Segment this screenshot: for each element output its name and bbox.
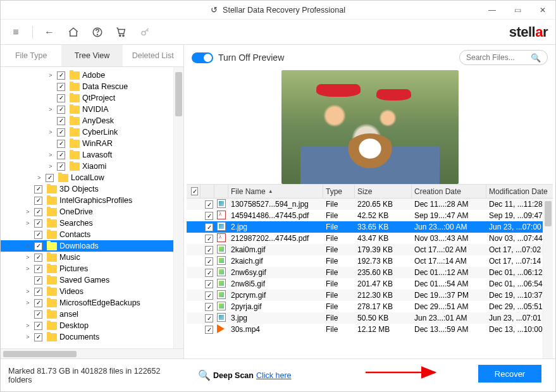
tree-item[interactable]: >OneDrive <box>1 206 183 217</box>
tree-checkbox[interactable] <box>57 83 65 91</box>
row-checkbox[interactable] <box>205 257 213 266</box>
tab-tree-view[interactable]: Tree View <box>61 45 122 66</box>
table-row[interactable]: 2kai0m.gifFile179.39 KBOct 17...:02 AMOc… <box>187 244 553 255</box>
col-modification-date[interactable]: Modification Date <box>486 185 553 198</box>
tree-checkbox[interactable] <box>57 151 65 159</box>
chevron-icon[interactable]: > <box>23 220 32 226</box>
row-checkbox[interactable] <box>205 235 213 243</box>
col-creation-date[interactable]: Creation Date <box>412 185 486 198</box>
tree-item[interactable]: >NVIDIA <box>1 104 183 115</box>
chevron-icon[interactable]: > <box>23 334 32 340</box>
tree-checkbox[interactable] <box>34 310 42 319</box>
table-row[interactable]: 2nw6sy.gifFile235.60 KBDec 01...:12 AMDe… <box>187 267 553 278</box>
row-checkbox[interactable] <box>205 269 213 277</box>
chevron-icon[interactable]: > <box>35 175 44 181</box>
tree-checkbox[interactable] <box>34 299 42 307</box>
table-row[interactable]: 145941486...47445.pdfFile42.52 KBSep 19.… <box>187 210 553 221</box>
chevron-icon[interactable]: > <box>23 243 32 249</box>
tree-checkbox[interactable] <box>34 276 42 285</box>
tree-checkbox[interactable] <box>57 94 65 102</box>
select-all-checkbox[interactable] <box>191 187 198 195</box>
tree-item[interactable]: >Lavasoft <box>1 149 183 161</box>
tree-item[interactable]: Data Rescue <box>1 81 183 92</box>
table-row[interactable]: 2pcrym.gifFile212.30 KBDec 19...:37 PMDe… <box>187 290 553 301</box>
table-row[interactable]: 2pyrja.gifFile278.17 KBDec 29...:51 AMDe… <box>187 301 553 312</box>
tree-checkbox[interactable] <box>34 208 42 216</box>
deep-scan-link[interactable]: Click here <box>256 371 292 380</box>
tree-checkbox[interactable] <box>34 288 42 296</box>
cart-button[interactable] <box>114 25 129 40</box>
row-checkbox[interactable] <box>205 223 213 231</box>
tree-checkbox[interactable] <box>34 231 42 239</box>
tree-item[interactable]: >Desktop <box>1 320 183 331</box>
tree-item[interactable]: Saved Games <box>1 274 183 286</box>
chevron-icon[interactable]: > <box>23 300 32 306</box>
tree-item[interactable]: >Pictures <box>1 263 183 274</box>
row-checkbox[interactable] <box>205 291 213 300</box>
tree-checkbox[interactable] <box>34 242 42 250</box>
search-icon[interactable]: 🔍 <box>531 53 541 63</box>
close-button[interactable]: ✕ <box>530 1 555 20</box>
row-checkbox[interactable] <box>205 314 213 322</box>
row-checkbox[interactable] <box>205 246 213 254</box>
chevron-icon[interactable]: > <box>23 322 32 329</box>
tree-item[interactable]: >Downloads <box>1 240 183 252</box>
table-row[interactable]: 2kaich.gifFile192.73 KBOct 17...:14 AMOc… <box>187 255 553 267</box>
row-checkbox[interactable] <box>205 280 213 288</box>
tree-checkbox[interactable] <box>57 128 65 137</box>
row-checkbox[interactable] <box>205 326 213 334</box>
tree-item[interactable]: >Searches <box>1 217 183 229</box>
tree-checkbox[interactable] <box>57 117 65 125</box>
search-input[interactable] <box>466 53 528 62</box>
tree-vscrollbar[interactable] <box>173 67 183 348</box>
tree-item[interactable]: Contacts <box>1 229 183 240</box>
table-row[interactable]: 2nw8i5.gifFile201.47 KBDec 01...:54 AMDe… <box>187 278 553 290</box>
tree-item[interactable]: ansel <box>1 309 183 320</box>
row-checkbox[interactable] <box>205 212 213 220</box>
chevron-icon[interactable]: > <box>23 209 32 215</box>
tree-checkbox[interactable] <box>57 162 65 171</box>
tree-hscrollbar[interactable] <box>1 348 183 358</box>
tree-checkbox[interactable] <box>34 197 42 205</box>
minimize-button[interactable]: — <box>479 1 505 20</box>
tree-checkbox[interactable] <box>34 333 42 341</box>
menu-icon[interactable]: ≡ <box>8 25 23 40</box>
folder-tree[interactable]: >AdobeData RescueQtProject>NVIDIAAnyDesk… <box>1 67 183 345</box>
grid-vscrollbar[interactable] <box>543 199 553 358</box>
preview-toggle[interactable] <box>192 52 213 63</box>
col-size[interactable]: Size <box>355 185 412 198</box>
tree-item[interactable]: >Videos <box>1 286 183 297</box>
maximize-button[interactable]: ▭ <box>505 1 530 20</box>
chevron-icon[interactable]: > <box>46 163 55 169</box>
tree-checkbox[interactable] <box>57 140 65 148</box>
row-checkbox[interactable] <box>205 303 213 311</box>
tree-item[interactable]: >Xiaomi <box>1 161 183 172</box>
tree-item[interactable]: 3D Objects <box>1 183 183 195</box>
table-row[interactable]: 30s.mp4File12.12 MBDec 13...:59 AMDec 13… <box>187 324 553 335</box>
recover-button[interactable]: Recover <box>478 365 541 383</box>
tree-checkbox[interactable] <box>57 106 65 114</box>
table-row[interactable]: 212987202...47445.pdfFile43.47 KBNov 03.… <box>187 233 553 244</box>
col-file-name[interactable]: File Name▲ <box>228 185 323 198</box>
chevron-icon[interactable]: > <box>46 129 55 135</box>
tree-item[interactable]: >Music <box>1 252 183 263</box>
tree-checkbox[interactable] <box>34 185 42 193</box>
chevron-icon[interactable]: > <box>23 288 32 295</box>
tree-checkbox[interactable] <box>46 174 54 182</box>
tree-checkbox[interactable] <box>34 219 42 228</box>
tree-checkbox[interactable] <box>34 322 42 330</box>
row-checkbox[interactable] <box>205 200 213 209</box>
chevron-icon[interactable]: > <box>46 72 55 78</box>
tab-deleted-list[interactable]: Deleted List <box>123 45 183 66</box>
tree-checkbox[interactable] <box>34 265 42 273</box>
table-row[interactable]: 3.jpgFile50.50 KBJun 23...:01 AMJun 23, … <box>187 312 553 324</box>
search-box[interactable]: 🔍 <box>459 50 548 65</box>
help-button[interactable] <box>90 25 105 40</box>
tree-item[interactable]: >CyberLink <box>1 126 183 138</box>
tree-item[interactable]: >Documents <box>1 331 183 343</box>
tree-checkbox[interactable] <box>34 254 42 262</box>
back-button[interactable]: ← <box>42 25 57 40</box>
tree-item[interactable]: >Adobe <box>1 70 183 81</box>
tree-item[interactable]: IntelGraphicsProfiles <box>1 195 183 206</box>
chevron-icon[interactable]: > <box>46 106 55 113</box>
